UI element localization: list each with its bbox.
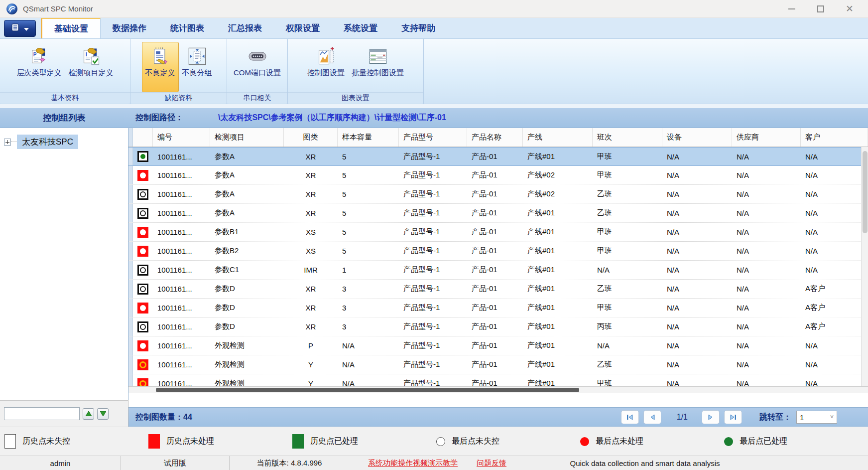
chart-count-value: 44 bbox=[183, 413, 192, 421]
row-status-cell bbox=[133, 280, 153, 298]
hierarchy-type-define-button[interactable]: P 层次类型定义 bbox=[13, 42, 65, 92]
table-row[interactable]: 1001161...外观检测YN/A产品型号-1产品-01产线#01乙班N/AN… bbox=[128, 355, 868, 374]
ribbon: P 层次类型定义 I bbox=[0, 39, 868, 104]
window-title: QSmart SPC Monitor bbox=[23, 4, 93, 13]
table-row[interactable]: 1001161...参数DXR3产品型号-1产品-01产线#01甲班N/AN/A… bbox=[128, 299, 868, 317]
tab-data-operation[interactable]: 数据操作 bbox=[101, 18, 158, 38]
com-port-settings-button[interactable]: COM端口设置 bbox=[230, 42, 284, 92]
table-cell: 产线#01 bbox=[523, 223, 593, 241]
prev-page-icon bbox=[648, 414, 656, 421]
row-status-cell bbox=[133, 242, 153, 260]
table-cell: N/A bbox=[801, 374, 868, 386]
app-menu-button[interactable] bbox=[4, 20, 36, 37]
table-cell: 产品-01 bbox=[467, 317, 523, 336]
row-status-cell bbox=[133, 148, 153, 165]
table-cell: 产品-01 bbox=[467, 280, 523, 298]
maximize-icon bbox=[817, 5, 824, 12]
table-row[interactable]: 1001161...参数AXR5产品型号-1产品-01产线#02甲班N/AN/A… bbox=[128, 166, 868, 185]
table-cell: 产品型号-1 bbox=[399, 148, 467, 165]
table-row[interactable]: 1001161...外观检测YN/A产品型号-1产品-01产线#01甲班N/AN… bbox=[128, 374, 868, 386]
jump-to-label: 跳转至： bbox=[759, 412, 791, 423]
move-up-button[interactable] bbox=[83, 408, 94, 420]
feedback-link[interactable]: 问题反馈 bbox=[477, 459, 506, 468]
tab-summary-reports[interactable]: 汇总报表 bbox=[216, 18, 274, 38]
column-header[interactable]: 客户 bbox=[801, 128, 868, 147]
next-page-button[interactable] bbox=[702, 410, 720, 424]
inspection-item-define-button[interactable]: I 检测项目定义 bbox=[65, 42, 117, 92]
horizontal-scrollbar[interactable] bbox=[128, 386, 868, 393]
legend-label: 最后点未失控 bbox=[452, 436, 499, 447]
table-row[interactable]: 1001161...参数C1IMR1产品型号-1产品-01产线#01N/AN/A… bbox=[128, 261, 868, 280]
close-button[interactable]: ✕ bbox=[835, 0, 864, 17]
table-cell: N/A bbox=[732, 355, 801, 374]
video-tutorial-link[interactable]: 系统功能操作视频演示教学 bbox=[368, 459, 458, 468]
table-row[interactable]: 1001161...参数AXR5产品型号-1产品-01产线#01乙班N/AN/A… bbox=[128, 204, 868, 223]
table-row[interactable]: 1001161...参数DXR3产品型号-1产品-01产线#01乙班N/AN/A… bbox=[128, 280, 868, 299]
table-cell: 产品-01 bbox=[467, 336, 523, 355]
tab-system-settings[interactable]: 系统设置 bbox=[332, 18, 389, 38]
table-cell: N/A bbox=[732, 204, 801, 222]
column-header[interactable]: 产线 bbox=[523, 128, 593, 147]
table-cell: 产品-01 bbox=[467, 204, 523, 222]
tree-expand-icon[interactable] bbox=[4, 139, 11, 146]
table-cell: 产品型号-1 bbox=[399, 374, 467, 386]
table-row[interactable]: 1001161...参数B2XS5产品型号-1产品-01产线#01甲班N/AN/… bbox=[128, 242, 868, 261]
first-page-button[interactable] bbox=[621, 410, 639, 424]
table-row[interactable]: 1001161...参数AXR5产品型号-1产品-01产线#02乙班N/AN/A… bbox=[128, 185, 868, 204]
table-cell: 参数C1 bbox=[210, 261, 284, 279]
last-page-button[interactable] bbox=[724, 410, 742, 424]
table-cell: XS bbox=[284, 242, 338, 260]
batch-control-chart-settings-icon bbox=[368, 46, 388, 66]
table-row[interactable]: 1001161...参数B1XS5产品型号-1产品-01产线#01甲班N/AN/… bbox=[128, 223, 868, 242]
move-down-button[interactable] bbox=[97, 408, 109, 420]
table-cell: N/A bbox=[662, 242, 732, 260]
table-cell: 3 bbox=[338, 280, 399, 298]
defect-define-button[interactable]: 不良定义 bbox=[142, 42, 179, 92]
defect-group-button[interactable]: 不良分组 bbox=[179, 42, 216, 92]
vertical-scrollbar[interactable] bbox=[861, 147, 868, 386]
column-header[interactable]: 编号 bbox=[153, 128, 210, 147]
row-status-cell bbox=[133, 204, 153, 222]
column-header[interactable]: 产品型号 bbox=[399, 128, 467, 147]
ribbon-button-label: COM端口设置 bbox=[234, 68, 281, 78]
table-cell: Y bbox=[284, 355, 338, 374]
table-row[interactable]: 1001161...参数DXR3产品型号-1产品-01产线#01丙班N/AN/A… bbox=[128, 317, 868, 336]
column-header[interactable]: 检测项目 bbox=[210, 128, 284, 147]
minimize-button[interactable] bbox=[777, 0, 806, 17]
table-row[interactable]: 1001161...外观检测PN/A产品型号-1产品-01产线#01N/AN/A… bbox=[128, 336, 868, 355]
table-cell: 外观检测 bbox=[210, 355, 284, 374]
column-header[interactable]: 图类 bbox=[284, 128, 338, 147]
column-header[interactable]: 产品名称 bbox=[467, 128, 523, 147]
group-filter-input[interactable] bbox=[4, 407, 80, 420]
batch-control-chart-settings-button[interactable]: 批量控制图设置 bbox=[348, 42, 407, 92]
horizontal-scrollbar-thumb[interactable] bbox=[156, 388, 579, 392]
ribbon-group-defect-data: 不良定义 不良分组 缺陷资料 bbox=[130, 39, 227, 104]
vertical-scrollbar-thumb[interactable] bbox=[863, 151, 868, 233]
tab-statistics-charts[interactable]: 统计图表 bbox=[158, 18, 216, 38]
column-header-status[interactable] bbox=[133, 128, 153, 147]
ribbon-button-label: 不良定义 bbox=[145, 68, 175, 78]
maximize-button[interactable] bbox=[806, 0, 835, 17]
status-red-ring-icon bbox=[137, 378, 148, 387]
tree-node[interactable]: 太友科技SPC bbox=[0, 135, 128, 149]
status-outline-icon bbox=[137, 265, 148, 276]
table-cell: N/A bbox=[732, 166, 801, 184]
bottom-gap bbox=[128, 400, 868, 407]
tab-permission-settings[interactable]: 权限设置 bbox=[274, 18, 332, 38]
tab-support-help[interactable]: 支持帮助 bbox=[389, 18, 447, 38]
prev-page-button[interactable] bbox=[643, 410, 661, 424]
table-row[interactable]: 1001161...参数AXR5产品型号-1产品-01产线#01甲班N/AN/A… bbox=[128, 147, 868, 166]
table-cell: 产品型号-1 bbox=[399, 166, 467, 184]
com-port-icon bbox=[248, 46, 267, 66]
column-header[interactable]: 样本容量 bbox=[338, 128, 399, 147]
table-cell: 参数A bbox=[210, 185, 284, 203]
column-header[interactable]: 班次 bbox=[593, 128, 662, 147]
table-cell: N/A bbox=[732, 317, 801, 336]
column-header[interactable]: 供应商 bbox=[732, 128, 801, 147]
column-header[interactable]: 设备 bbox=[662, 128, 732, 147]
control-chart-settings-button[interactable]: 控制图设置 bbox=[304, 42, 348, 92]
jump-to-select[interactable]: 1 ˅ bbox=[796, 411, 837, 424]
tree-node-label[interactable]: 太友科技SPC bbox=[17, 135, 78, 149]
tab-basic-settings[interactable]: 基础设置 bbox=[41, 18, 101, 38]
table-cell: 产品-01 bbox=[467, 242, 523, 260]
